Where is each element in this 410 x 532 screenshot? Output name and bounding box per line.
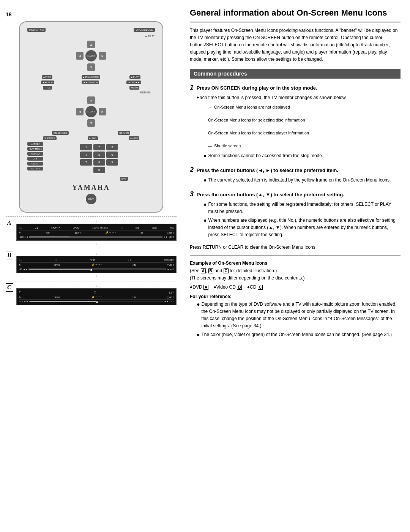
num-6[interactable]: 6 bbox=[106, 152, 118, 158]
section-a-content: ↓ T₁ C₁ 1:56:37 LPCM 1 ENG 48k 16b □ ON … bbox=[16, 219, 177, 246]
screen-b-bar-fill: ■ bbox=[28, 268, 166, 270]
num-0[interactable]: 0 bbox=[93, 167, 105, 173]
screen-a-eng: ENG bbox=[152, 227, 157, 229]
play-mode-button[interactable]: PLAY MODE bbox=[27, 147, 43, 151]
dpad2-right[interactable]: ► bbox=[99, 108, 106, 115]
step-2-bullet-text-0: The currently selected item is indicated… bbox=[208, 177, 391, 184]
num-8[interactable]: 8 bbox=[93, 159, 105, 166]
cd-boxed-c: C bbox=[258, 285, 263, 290]
subtitle-button[interactable]: SUBTITLE bbox=[43, 136, 57, 140]
common-procedures-header: Common procedures bbox=[190, 69, 401, 79]
right-column: General information about On-Screen Menu… bbox=[182, 0, 410, 532]
screen-sub-row: ON SCREEN RETURN bbox=[27, 131, 155, 135]
screen-a-off1: OFF bbox=[46, 232, 51, 234]
arrow-down-b2: ↓ bbox=[16, 273, 177, 278]
reference-text-1: The color (blue, violet or green) of the… bbox=[201, 331, 392, 338]
numpad-area: MARKER PLAY MODE REPEAT A-B CLEAR SET UP… bbox=[27, 142, 155, 175]
dvd-button[interactable]: DVD bbox=[120, 177, 128, 181]
arrow-down-b1: ↓ bbox=[16, 251, 177, 256]
step-3-bullet-text-0: For some functions, the setting will be … bbox=[208, 201, 401, 215]
on-screen-button[interactable]: ON SCREEN bbox=[52, 131, 69, 135]
skip-back-button[interactable]: ◄◄ SKIP bbox=[41, 81, 54, 84]
num-5[interactable]: 5 bbox=[93, 152, 105, 158]
screen-b: T₁ 🎵 3:37 L R PBC OFF ↻.. ↻PRG 🔑 * * * *… bbox=[16, 256, 177, 273]
arrow-down-a2: ↓ bbox=[16, 241, 177, 245]
screen-c: T₁ 🎵 3:37 ↻.. ↻PRG 🔑 * * * * * □N (( dB … bbox=[16, 288, 177, 305]
step-3-number: 3 bbox=[190, 190, 194, 198]
step-2-body: ● The currently selected item is indicat… bbox=[190, 177, 401, 184]
screen-b-row2: ↻.. ↻PRG 🔑 * * * * * □N (( dB 0 bbox=[19, 264, 174, 267]
num-9[interactable]: 9 bbox=[106, 159, 118, 166]
step-3-bullet-0: ● For some functions, the setting will b… bbox=[197, 201, 401, 215]
boxed-b: B bbox=[208, 268, 213, 273]
sub-audio-angle-row: SUBTITLE AUDIO ANGLE bbox=[27, 136, 155, 140]
power-button[interactable]: POWER Φ/I bbox=[27, 28, 46, 32]
dpad-down[interactable]: ▼ bbox=[87, 63, 95, 71]
flow-arrow-3: — bbox=[208, 142, 212, 150]
bullet-dot-0: ● bbox=[203, 152, 207, 159]
examples-line2: (The screens may differ depending on the… bbox=[190, 275, 401, 282]
dpad2-up[interactable]: ▲ bbox=[87, 96, 95, 104]
search-back-button[interactable]: ◄◄ SEARCH bbox=[82, 81, 99, 84]
examples-line1: (See A, B and C for detailed illustratio… bbox=[190, 267, 401, 275]
screen-a-on: ON bbox=[136, 227, 139, 229]
num-1[interactable]: 1 bbox=[80, 144, 92, 150]
dpad: ▲ ▼ ◄ ► SELECT bbox=[76, 41, 106, 71]
step-1-body-text: Each time this button is pressed, the TV… bbox=[197, 94, 401, 101]
flow-text-0: On-Screen Menu Icons are not displayed bbox=[214, 104, 290, 111]
menu-button[interactable]: MENU bbox=[129, 86, 139, 90]
clear-button[interactable]: CLEAR bbox=[27, 162, 43, 166]
play-label: ► PLAY bbox=[27, 35, 155, 38]
step-1-title: 1 Press ON SCREEN during play or in the … bbox=[190, 82, 401, 93]
clear-bottom-button[interactable]: CLEAR bbox=[86, 194, 96, 204]
skip-search-row: ◄◄ SKIP ◄◄ SEARCH SLOW ►► bbox=[27, 81, 155, 84]
angle-button[interactable]: ANGLE bbox=[129, 136, 139, 140]
marker-button[interactable]: MARKER bbox=[27, 142, 43, 146]
page-number: 18 bbox=[6, 11, 12, 17]
for-reference-section: For your reference: ● Depending on the t… bbox=[190, 294, 401, 338]
step-1-bullet-0: ● Some functions cannot be accessed from… bbox=[197, 152, 401, 159]
select2-button[interactable]: SELECT bbox=[85, 106, 97, 117]
audio-button[interactable]: AUDIO bbox=[88, 136, 98, 140]
select-button[interactable]: SELECT bbox=[85, 50, 97, 62]
step-3: 3 Press the cursor buttons (▲, ▼) to sel… bbox=[190, 189, 401, 238]
slow-button[interactable]: SLOW ►► bbox=[126, 81, 141, 84]
stop-button[interactable]: ■STOP bbox=[42, 75, 52, 79]
screen-b-fill bbox=[29, 269, 90, 270]
num-4[interactable]: 4 bbox=[80, 152, 92, 158]
ab-button[interactable]: A-B bbox=[27, 157, 43, 161]
dpad2-left[interactable]: ◄ bbox=[76, 108, 84, 115]
open-close-button[interactable]: OPEN/CLOSE bbox=[134, 28, 155, 32]
screen-b-db: (( dB 0 bbox=[167, 264, 174, 266]
num-3[interactable]: 3 bbox=[106, 144, 118, 150]
num-7[interactable]: 7 bbox=[80, 159, 92, 166]
play-button[interactable]: ►PLAY bbox=[129, 75, 140, 79]
section-a: A ↓ T₁ C₁ 1:56:37 LPCM 1 ENG 48k 16b □ O… bbox=[6, 216, 177, 246]
screen-a-row2: ↻.. OFF |||OFF 🔑 * * * * * □N (( dB 0 bbox=[19, 231, 174, 235]
return3-button[interactable]: RETURN bbox=[118, 131, 130, 135]
screen-b-n: □N bbox=[133, 264, 136, 266]
step-2-bullet-0: ● The currently selected item is indicat… bbox=[197, 177, 401, 184]
left-column: 18 POWER Φ/I OPEN/CLOSE ► PLAY ▲ ▼ ◄ ► S… bbox=[0, 0, 182, 532]
dpad-left[interactable]: ◄ bbox=[76, 52, 84, 60]
setup-button[interactable]: SET UP bbox=[27, 167, 43, 170]
step-3-title-text: Press the cursor buttons (▲, ▼) to selec… bbox=[197, 192, 344, 197]
screen-a-db: (( dB 0 bbox=[167, 232, 174, 234]
title-menu-row: TITLE MENU bbox=[27, 86, 155, 90]
section-c-content: ↓ T₁ 🎵 3:37 ↻.. ↻PRG 🔑 * * * * * □N (( d… bbox=[16, 283, 177, 305]
screen-b-music: 🎵 bbox=[54, 259, 58, 262]
repeat-button[interactable]: REPEAT bbox=[27, 152, 43, 156]
step-2-number: 2 bbox=[190, 166, 194, 174]
examples-title: Examples of On-Screen Menu Icons bbox=[190, 260, 401, 266]
still-pause-button[interactable]: ■STILL/PAUSE bbox=[82, 75, 100, 79]
vcd-boxed-b: B bbox=[237, 285, 242, 290]
step-1-body: Each time this button is pressed, the TV… bbox=[190, 94, 401, 159]
title-button[interactable]: TITLE bbox=[43, 86, 52, 90]
dpad-right[interactable]: ► bbox=[99, 52, 106, 60]
screen-b-prg: ↻PRG bbox=[54, 264, 60, 266]
section-a-label: A bbox=[6, 219, 13, 227]
dpad-up[interactable]: ▲ bbox=[87, 41, 95, 48]
dpad2-down[interactable]: ▼ bbox=[87, 119, 95, 127]
num-2[interactable]: 2 bbox=[93, 144, 105, 150]
screen-c-music: 🎵 bbox=[93, 291, 97, 294]
